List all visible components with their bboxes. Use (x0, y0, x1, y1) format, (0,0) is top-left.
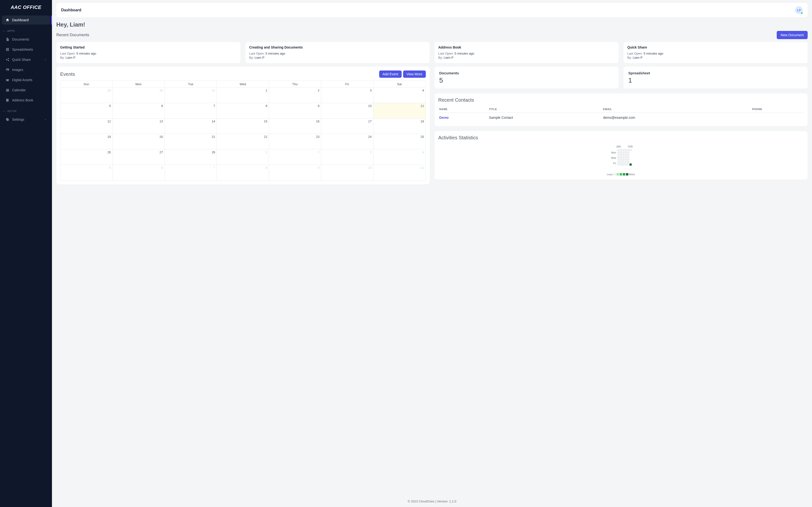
doc-card[interactable]: Address BookLast Open: 5 minutes agoBy: … (435, 42, 619, 63)
heatmap-cell (617, 163, 620, 166)
heatmap-cell (622, 161, 624, 163)
sidebar-item-quick-share[interactable]: Quick Share (2, 55, 50, 64)
heatmap-cell (617, 156, 620, 158)
calendar-day[interactable]: 2 (269, 150, 321, 165)
calendar-day[interactable]: 11 (373, 165, 425, 180)
view-more-button[interactable]: View More (403, 70, 426, 78)
doc-card[interactable]: Creating and Sharing DocumentsLast Open:… (245, 42, 429, 63)
doc-card[interactable]: Quick ShareLast Open: 5 minutes agoBy: L… (623, 42, 808, 63)
new-document-button[interactable]: New Document (777, 31, 808, 39)
calendar-day[interactable]: 7 (165, 103, 217, 119)
calendar-day[interactable]: 1 (217, 88, 269, 103)
calendar-icon (5, 88, 10, 92)
add-event-button[interactable]: Add Event (379, 70, 402, 78)
table-row: DemoSample Contactdemo@example.com (439, 113, 804, 123)
sidebar-item-spreadsheets[interactable]: Spreadsheets (2, 45, 50, 54)
main: Dashboard LP Hey, Liam! Recent Documents… (52, 0, 812, 507)
doc-author: By: Liam P (439, 56, 615, 59)
heatmap-cell (622, 151, 624, 154)
calendar-day[interactable]: 2 (269, 88, 321, 103)
heatmap-cell (625, 149, 627, 151)
col-name: NAME (439, 106, 488, 113)
calendar-day[interactable]: 17 (321, 119, 373, 134)
calendar-day[interactable]: 30 (113, 88, 165, 103)
events-panel: Events Add Event View More SunMonTueWedT… (56, 67, 430, 184)
documents-stat[interactable]: Documents 5 (435, 67, 619, 89)
calendar-day[interactable]: 23 (269, 134, 321, 150)
calendar-day[interactable]: 21 (165, 134, 217, 150)
calendar-day[interactable]: 31 (165, 88, 217, 103)
heatmap-cell (627, 161, 629, 163)
calendar-day[interactable]: 8 (217, 165, 269, 180)
calendar-day[interactable]: 25 (373, 134, 425, 150)
avatar[interactable]: LP (795, 6, 803, 14)
calendar-dow: Tue (165, 81, 217, 88)
heatmap-cell (627, 156, 629, 158)
calendar-day[interactable]: 5 (60, 165, 113, 180)
col-phone: PHONE (751, 106, 804, 113)
sidebar-item-calendar[interactable]: Calendar (2, 86, 50, 95)
heatmap-cell (620, 159, 622, 161)
calendar-day[interactable]: 18 (373, 119, 425, 134)
document-icon (5, 37, 10, 42)
svg-rect-7 (6, 90, 7, 91)
calendar-day[interactable]: 10 (321, 165, 373, 180)
calendar-day[interactable]: 5 (60, 103, 113, 119)
calendar-day[interactable]: 9 (269, 165, 321, 180)
brand-logo[interactable]: AAC OFFICE (0, 0, 52, 14)
calendar-day[interactable]: 8 (217, 103, 269, 119)
heatmap-cell (627, 151, 629, 154)
calendar-day[interactable]: 20 (113, 134, 165, 150)
heatmap-cell (629, 163, 632, 166)
sidebar-item-settings[interactable]: Settings (2, 115, 50, 124)
doc-author: By: Liam P (249, 56, 425, 59)
calendar-day[interactable]: 15 (217, 119, 269, 134)
sidebar-item-documents[interactable]: Documents (2, 35, 50, 44)
calendar-day[interactable]: 28 (165, 150, 217, 165)
calendar-day[interactable]: 4 (373, 150, 425, 165)
greeting: Hey, Liam! (56, 21, 808, 28)
sidebar-item-digital-assets[interactable]: Digital Assets (2, 75, 50, 84)
calendar-day[interactable]: 3 (321, 88, 373, 103)
calendar-dow: Sun (60, 81, 113, 88)
recent-docs-label: Recent Documents (56, 33, 89, 37)
calendar-day[interactable]: 10 (321, 103, 373, 119)
calendar-day[interactable]: 27 (113, 150, 165, 165)
sidebar-item-address-book[interactable]: Address Book (2, 96, 50, 105)
calendar-day[interactable]: 19 (60, 134, 113, 150)
calendar-day[interactable]: 16 (269, 119, 321, 134)
calendar-day[interactable]: 13 (113, 119, 165, 134)
calendar-day[interactable]: 22 (217, 134, 269, 150)
calendar-day[interactable]: 4 (373, 88, 425, 103)
calendar-day[interactable]: 11 (373, 103, 425, 119)
heatmap-cell (617, 149, 620, 151)
heatmap-cell (625, 156, 627, 158)
calendar-day[interactable]: 29 (60, 88, 113, 103)
sidebar-item-dashboard[interactable]: Dashboard (2, 15, 50, 24)
doc-title: Creating and Sharing Documents (249, 45, 425, 49)
contact-name[interactable]: Demo (439, 113, 488, 123)
calendar-day[interactable]: 26 (60, 150, 113, 165)
calendar-day[interactable]: 6 (113, 103, 165, 119)
svg-point-1 (6, 59, 7, 60)
heatmap-cell (620, 149, 622, 151)
calendar-day[interactable]: 6 (113, 165, 165, 180)
events-title: Events (60, 71, 75, 77)
heatmap-cell (617, 154, 620, 156)
calendar-day[interactable]: 9 (269, 103, 321, 119)
heatmap-cell (629, 149, 632, 151)
calendar-day[interactable]: 1 (217, 150, 269, 165)
calendar-day[interactable]: 24 (321, 134, 373, 150)
calendar-day[interactable]: 14 (165, 119, 217, 134)
col-title: TITLE (488, 106, 602, 113)
calendar-day[interactable]: 3 (321, 150, 373, 165)
doc-title: Getting Started (60, 45, 237, 49)
doc-card[interactable]: Getting StartedLast Open: 5 minutes agoB… (56, 42, 241, 63)
heatmap-cell (622, 159, 624, 161)
presence-dot (801, 12, 803, 14)
calendar-day[interactable]: 7 (165, 165, 217, 180)
topbar: Dashboard LP (56, 3, 808, 17)
calendar-day[interactable]: 12 (60, 119, 113, 134)
sidebar-item-images[interactable]: Images (2, 65, 50, 74)
spreadsheet-stat[interactable]: Spreadsheet 1 (623, 67, 808, 89)
